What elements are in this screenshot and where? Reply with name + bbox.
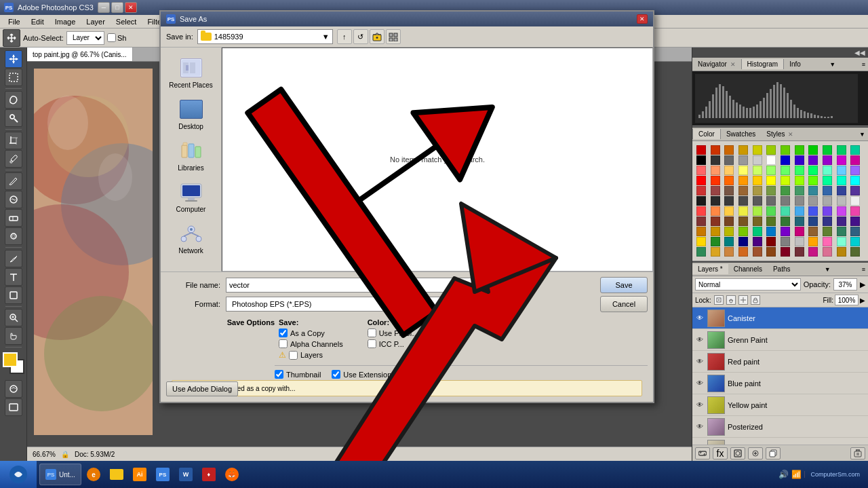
file-name-input[interactable] bbox=[226, 278, 511, 293]
tab-navigator[interactable]: Navigator ✕ bbox=[692, 59, 741, 69]
swatch-85[interactable] bbox=[711, 217, 720, 226]
swatch-5[interactable] bbox=[766, 145, 776, 155]
view-menu-btn[interactable] bbox=[386, 29, 401, 44]
swatch-42[interactable] bbox=[781, 176, 790, 185]
fill-input[interactable] bbox=[835, 295, 859, 305]
opacity-input[interactable] bbox=[833, 278, 857, 290]
use-proof-checkbox[interactable] bbox=[368, 329, 376, 337]
dialog-file-list[interactable]: No items match your search. bbox=[222, 48, 653, 271]
swatch-49[interactable] bbox=[711, 186, 720, 195]
taskbar-folder-btn[interactable] bbox=[106, 464, 127, 485]
save-in-dropdown[interactable]: 1485939 ▼ bbox=[197, 29, 333, 44]
swatch-73[interactable] bbox=[711, 206, 720, 216]
swatch-36[interactable] bbox=[696, 176, 706, 185]
swatch-128[interactable] bbox=[808, 247, 818, 257]
menu-file[interactable]: File bbox=[3, 16, 26, 27]
swatch-108[interactable] bbox=[696, 237, 706, 246]
swatch-114[interactable] bbox=[781, 237, 790, 246]
swatch-126[interactable] bbox=[781, 247, 790, 257]
as-copy-checkbox[interactable] bbox=[279, 329, 288, 337]
swatch-99[interactable] bbox=[738, 227, 748, 236]
screen-mode-btn[interactable] bbox=[5, 398, 22, 416]
back-btn[interactable]: ↑ bbox=[337, 29, 352, 44]
swatch-91[interactable] bbox=[795, 217, 804, 226]
swatch-26[interactable] bbox=[724, 166, 734, 175]
layer-row-6[interactable]: 👁 Layer 1 bbox=[692, 438, 868, 445]
swatch-6[interactable] bbox=[781, 145, 790, 155]
swatch-3[interactable] bbox=[738, 145, 748, 155]
swatch-53[interactable] bbox=[766, 186, 776, 195]
quick-mask-btn[interactable] bbox=[5, 380, 22, 398]
swatch-97[interactable] bbox=[711, 227, 720, 236]
swatch-39[interactable] bbox=[738, 176, 748, 185]
add-mask-btn[interactable] bbox=[730, 447, 745, 459]
sidebar-recent-places[interactable]: Recent Places bbox=[164, 53, 218, 92]
swatch-47[interactable] bbox=[850, 176, 860, 185]
menu-select[interactable]: Select bbox=[111, 16, 142, 27]
clone-stamp-btn[interactable] bbox=[5, 191, 22, 208]
swatch-74[interactable] bbox=[724, 206, 734, 216]
swatch-131[interactable] bbox=[850, 247, 860, 257]
swatch-21[interactable] bbox=[823, 155, 832, 165]
swatch-10[interactable] bbox=[837, 145, 846, 155]
swatch-11[interactable] bbox=[850, 145, 860, 155]
show-transform-checkbox[interactable] bbox=[107, 33, 116, 42]
swatch-51[interactable] bbox=[738, 186, 748, 195]
swatch-92[interactable] bbox=[808, 217, 818, 226]
layer-visibility-4[interactable]: 👁 bbox=[695, 400, 705, 410]
swatch-100[interactable] bbox=[753, 227, 762, 236]
swatch-62[interactable] bbox=[724, 196, 734, 206]
layers-checkbox[interactable] bbox=[289, 351, 298, 360]
swatch-110[interactable] bbox=[724, 237, 734, 246]
swatch-28[interactable] bbox=[753, 166, 762, 175]
swatch-102[interactable] bbox=[781, 227, 790, 236]
move-tool-btn[interactable] bbox=[5, 50, 22, 68]
taskbar-ai-btn[interactable]: Ai bbox=[129, 464, 151, 485]
swatch-2[interactable] bbox=[724, 145, 734, 155]
taskbar-untitled[interactable]: PS Unt... bbox=[39, 464, 81, 485]
swatch-46[interactable] bbox=[837, 176, 846, 185]
swatch-31[interactable] bbox=[795, 166, 804, 175]
lock-transparent-btn[interactable] bbox=[714, 295, 724, 305]
swatch-94[interactable] bbox=[837, 217, 846, 226]
tab-histogram[interactable]: Histogram bbox=[741, 59, 785, 69]
pen-tool-btn[interactable] bbox=[5, 250, 22, 267]
tab-color[interactable]: Color bbox=[692, 129, 721, 139]
swatch-124[interactable] bbox=[753, 247, 762, 257]
swatch-101[interactable] bbox=[766, 227, 776, 236]
close-button[interactable]: ✕ bbox=[125, 2, 137, 13]
layer-row-1[interactable]: 👁 Grenn Paint bbox=[692, 329, 868, 351]
swatch-57[interactable] bbox=[823, 186, 832, 195]
swatch-66[interactable] bbox=[781, 196, 790, 206]
hand-tool-btn[interactable] bbox=[5, 327, 22, 345]
swatch-19[interactable] bbox=[795, 155, 804, 165]
swatch-78[interactable] bbox=[781, 206, 790, 216]
swatch-111[interactable] bbox=[738, 237, 748, 246]
swatch-83[interactable] bbox=[850, 206, 860, 216]
taskbar-ie-btn[interactable]: e bbox=[83, 464, 104, 485]
tab-info[interactable]: Info bbox=[784, 59, 806, 69]
swatch-35[interactable] bbox=[850, 166, 860, 175]
fg-color-swatch[interactable] bbox=[3, 352, 18, 367]
sidebar-desktop[interactable]: Desktop bbox=[164, 94, 218, 133]
fill-arrow[interactable]: ▶ bbox=[860, 297, 865, 304]
swatch-20[interactable] bbox=[808, 155, 818, 165]
swatch-41[interactable] bbox=[766, 176, 776, 185]
taskbar-app-btn[interactable]: ♦ bbox=[198, 464, 220, 485]
swatch-4[interactable] bbox=[753, 145, 762, 155]
swatch-33[interactable] bbox=[823, 166, 832, 175]
swatch-52[interactable] bbox=[753, 186, 762, 195]
restore-button[interactable]: □ bbox=[111, 2, 123, 13]
lock-position-btn[interactable] bbox=[738, 295, 748, 305]
swatch-13[interactable] bbox=[711, 155, 720, 165]
text-tool-btn[interactable] bbox=[5, 268, 22, 286]
move-tool-icon[interactable] bbox=[3, 29, 20, 47]
swatch-40[interactable] bbox=[753, 176, 762, 185]
swatch-76[interactable] bbox=[753, 206, 762, 216]
sidebar-computer[interactable]: Computer bbox=[164, 177, 218, 216]
swatch-129[interactable] bbox=[823, 247, 832, 257]
swatch-68[interactable] bbox=[808, 196, 818, 206]
swatch-117[interactable] bbox=[823, 237, 832, 246]
swatch-104[interactable] bbox=[808, 227, 818, 236]
swatch-115[interactable] bbox=[795, 237, 804, 246]
